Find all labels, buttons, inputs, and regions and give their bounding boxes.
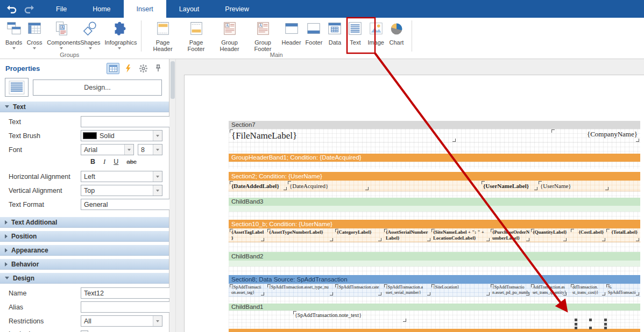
report-cell-site-location-field[interactable]: {SiteLocation} — [431, 284, 490, 295]
infographics-button[interactable]: Infographics — [103, 19, 136, 50]
band-section8-header[interactable]: Section8; Data Source: SpAddTransaction — [229, 275, 640, 284]
font-size-combo[interactable]: 8 — [138, 144, 162, 155]
restrictions-combo[interactable]: All — [81, 315, 162, 327]
group-footer-button[interactable]: A Group Footer — [246, 19, 280, 53]
band-childband3-content[interactable] — [229, 206, 640, 212]
alias-input[interactable] — [81, 301, 174, 313]
undo-icon[interactable] — [5, 4, 17, 13]
data-button[interactable]: Data — [324, 19, 345, 47]
horizontal-alignment-dropdown-icon[interactable] — [153, 171, 162, 182]
pin-icon[interactable] — [152, 63, 165, 74]
report-cell-total-label[interactable]: {TotalLabel} — [606, 229, 639, 241]
design-button[interactable]: Design... — [33, 80, 162, 96]
band-childband1-header[interactable]: ChildBand1 — [229, 304, 640, 311]
section-header-appearance[interactable]: Appearance — [0, 244, 169, 256]
name-input[interactable] — [81, 287, 174, 299]
new-text-component-selected[interactable] — [576, 320, 606, 328]
tab-file[interactable]: File — [43, 0, 80, 18]
band-section7-header[interactable]: Section7 — [229, 121, 640, 129]
report-cell-total-field[interactable]: % SpAddTransacti asset_trans_cost)}} — [606, 284, 639, 295]
report-cell-purchase-order-number-label[interactable]: {PurchaseOrderN umberLabel} — [491, 229, 529, 241]
footer-button[interactable]: Footer — [303, 19, 325, 47]
properties-scrollbar[interactable] — [169, 59, 176, 332]
report-cell-date-acquired[interactable]: {DateAcquired} — [288, 181, 369, 190]
report-cell-user-name[interactable]: {UserName} — [539, 181, 608, 190]
section-header-text-additional[interactable]: Text Additional — [0, 216, 169, 228]
report-cell-category-field[interactable]: {SpAddTransaction.cate — [335, 284, 381, 295]
settings-gear-icon[interactable] — [137, 63, 150, 74]
tab-home[interactable]: Home — [80, 0, 123, 18]
cross-button[interactable]: Cross — [24, 19, 45, 50]
tab-preview[interactable]: Preview — [212, 0, 261, 18]
infographics-dropdown-icon[interactable] — [118, 47, 121, 49]
report-cell-quantity-field[interactable]: AddTransaction.as set_trans_quantity}} — [531, 284, 567, 295]
report-cell-user-name-label[interactable]: {UserNameLabel} — [482, 181, 537, 190]
report-cell-serial-number-field[interactable]: {SpAddTransaction.a sset_serial_number} — [384, 284, 430, 295]
horizontal-alignment-combo[interactable]: Left — [81, 171, 162, 182]
text-property-input[interactable] — [81, 116, 174, 127]
tab-layout[interactable]: Layout — [166, 0, 213, 18]
report-cell-quantity-label[interactable]: {QuantityLabel} — [531, 229, 567, 241]
underline-button[interactable]: U — [114, 157, 118, 166]
report-cell-asset-tag-field[interactable]: {SpAddTransacti on.asset_tag} — [230, 284, 264, 295]
redo-icon[interactable] — [24, 4, 36, 13]
strikethrough-button[interactable]: abc — [126, 157, 137, 166]
band-section2-content[interactable]: {DateAddedLabel} {DateAcquired} {UserNam… — [229, 181, 640, 191]
report-page[interactable]: Section7 {FileNameLabel} {CompanyName} G… — [185, 75, 644, 332]
properties-view-icon[interactable] — [107, 63, 119, 74]
vertical-alignment-dropdown-icon[interactable] — [153, 185, 162, 196]
group-header-button[interactable]: A Group Header — [213, 19, 246, 53]
chart-button[interactable]: Chart — [386, 19, 407, 47]
tab-insert[interactable]: Insert — [124, 0, 166, 18]
components-dropdown-icon[interactable] — [60, 47, 63, 49]
italic-button[interactable]: I — [103, 157, 105, 166]
report-cell-asset-serial-number-label[interactable]: {AssetSerialNumber Label} — [384, 229, 430, 241]
bands-dropdown-icon[interactable] — [12, 47, 16, 49]
band-groupheaderband1-header[interactable]: GroupHeaderBand1; Condition: {DateAcquir… — [229, 154, 640, 162]
components-button[interactable]: A Components — [45, 19, 78, 50]
section-header-text[interactable]: Text — [0, 101, 169, 112]
page-header-button[interactable]: Page Header — [146, 19, 180, 53]
vertical-alignment-combo[interactable]: Top — [81, 185, 162, 196]
band-childband2-content[interactable] — [229, 261, 640, 266]
font-family-dropdown-icon[interactable] — [124, 145, 133, 155]
header-button[interactable]: Header — [280, 19, 303, 47]
bands-button[interactable]: Bands — [3, 19, 24, 50]
shapes-button[interactable]: Shapes — [78, 19, 102, 50]
scrollbar-thumb[interactable] — [171, 61, 175, 99]
events-lightning-icon[interactable] — [122, 63, 135, 74]
section-header-behavior[interactable]: Behavior — [0, 258, 169, 270]
band-section10b-content[interactable]: {AssetTagLabel } {AssetTypeNumberLabel} … — [229, 228, 640, 242]
band-section7-content[interactable]: {FileNameLabel} {CompanyName} — [229, 129, 640, 142]
band-section2-header[interactable]: Section2; Condition: {UserName} — [229, 172, 640, 181]
report-cell-po-number-field[interactable]: {SpAddTransactio n.asset_pd_po_numb — [491, 284, 529, 295]
shapes-dropdown-icon[interactable] — [89, 47, 92, 49]
report-cell-asset-type-number-label[interactable]: {AssetTypeNumberLabel} — [267, 229, 333, 241]
band-groupheaderband1-content[interactable] — [229, 162, 640, 169]
band-childband2-header[interactable]: ChildBand2 — [229, 252, 640, 261]
band-childband3-header[interactable]: ChildBand3 — [229, 198, 640, 206]
report-cell-date-added-label[interactable]: {DateAddedLabel} — [230, 181, 287, 190]
report-cell-cost-label[interactable]: {CostLabel} — [571, 229, 605, 241]
report-cell-cost-field[interactable]: ddTransaction. st_trans_cost)} — [571, 284, 605, 295]
report-cell-asset-tag-label[interactable]: {AssetTagLabel } — [230, 229, 264, 241]
page-footer-button[interactable]: Page Footer — [180, 19, 213, 53]
section-header-design[interactable]: Design — [0, 272, 169, 284]
band-section8-content[interactable]: {SpAddTransacti on.asset_tag} {SpAddTran… — [229, 284, 640, 297]
report-cell-asset-type-field[interactable]: {SpAddTransaction.asset_type_nu — [267, 284, 333, 295]
text-format-input[interactable] — [81, 199, 174, 210]
bold-button[interactable]: B — [90, 157, 95, 166]
report-cell-note-text[interactable]: {SpAddTransaction.note_text} — [293, 311, 406, 322]
report-cell-file-name-label[interactable]: {FileNameLabel} — [230, 129, 456, 142]
restrictions-dropdown-icon[interactable] — [153, 316, 162, 326]
font-family-combo[interactable]: Arial — [81, 144, 134, 155]
image-button[interactable]: Image — [365, 19, 386, 47]
text-button[interactable]: Text — [345, 19, 365, 47]
report-cell-category-label[interactable]: {CategoryLabel} — [335, 229, 381, 241]
band-section10b-header[interactable]: Section10_b; Condition: {UserName} — [229, 220, 640, 228]
section-header-position[interactable]: Position — [0, 230, 169, 242]
font-size-dropdown-icon[interactable] — [153, 145, 162, 155]
report-cell-company-name[interactable]: {CompanyName} — [551, 129, 639, 142]
text-brush-dropdown-icon[interactable] — [153, 131, 162, 141]
cross-dropdown-icon[interactable] — [33, 47, 36, 49]
